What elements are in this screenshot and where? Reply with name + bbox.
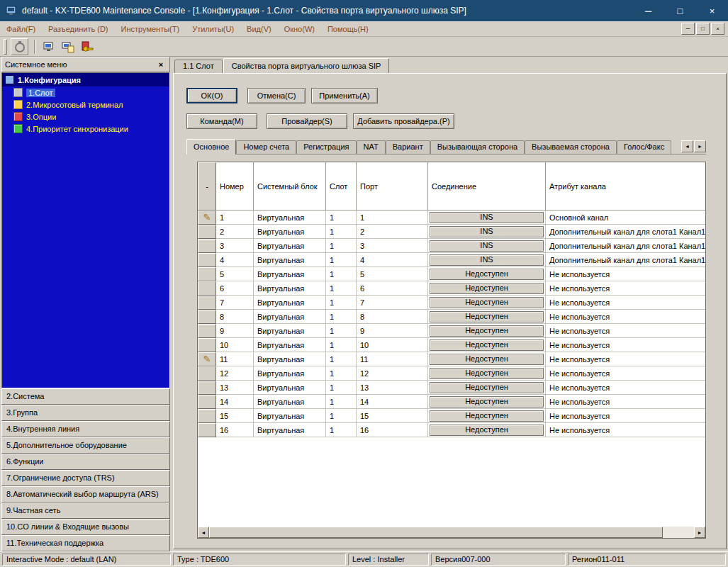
connection-button[interactable]: Недоступен xyxy=(430,339,544,351)
row-selector[interactable] xyxy=(198,423,216,437)
profile-icon[interactable] xyxy=(78,38,96,55)
close-button[interactable]: × xyxy=(696,0,728,21)
horizontal-scrollbar[interactable]: ◄ ► xyxy=(198,527,705,538)
toolbar-grip[interactable] xyxy=(4,39,7,55)
batch-connection-icon[interactable] xyxy=(40,38,57,55)
interactive-connection-icon[interactable] xyxy=(59,38,77,55)
cell-channel-attribute: Основной канал xyxy=(546,210,706,225)
menu-item[interactable]: Инструменты(T) xyxy=(115,23,186,35)
menu-item[interactable]: Окно(W) xyxy=(278,23,321,35)
sidebar-section[interactable]: 10.CO линии & Входящие вызовы xyxy=(1,519,170,535)
row-selector[interactable] xyxy=(198,338,216,352)
connection-button[interactable]: Недоступен xyxy=(430,269,544,280)
cell-port: 4 xyxy=(357,253,428,267)
menu-item[interactable]: Вид(V) xyxy=(240,23,278,35)
document-tab[interactable]: Свойства порта виртуального шлюза SIP xyxy=(223,58,390,73)
tab-scroll-right-icon[interactable]: ► xyxy=(694,140,706,152)
tree-item-slot[interactable]: 1.Слот xyxy=(2,86,169,99)
maximize-button[interactable]: □ xyxy=(664,0,696,21)
sidebar-section[interactable]: 6.Функции xyxy=(1,454,170,470)
row-selector[interactable] xyxy=(198,324,216,338)
cell-port: 10 xyxy=(357,338,428,352)
toolbar-separator xyxy=(34,40,35,54)
action-button[interactable]: Отмена(C) xyxy=(247,88,306,103)
table-row: 12Виртуальная112НедоступенНе используетс… xyxy=(198,366,706,381)
sidebar-section[interactable]: 9.Частная сеть xyxy=(1,503,170,519)
connection-button[interactable]: INS xyxy=(430,240,544,252)
settings-tab[interactable]: NAT xyxy=(357,140,386,154)
row-selector[interactable] xyxy=(198,381,216,395)
command-button[interactable]: Провайдер(S) xyxy=(267,113,347,129)
connection-button[interactable]: INS xyxy=(430,226,544,237)
connection-button[interactable]: Недоступен xyxy=(430,297,544,308)
sidebar-section[interactable]: 3.Группа xyxy=(1,405,170,421)
row-selector[interactable] xyxy=(198,395,216,409)
document-tab[interactable]: 1.1 Слот xyxy=(174,60,223,73)
connection-button[interactable]: Недоступен xyxy=(430,311,544,322)
tree-item-dect[interactable]: 2.Микросотовый терминал xyxy=(2,99,169,111)
settings-tab[interactable]: Номер счета xyxy=(236,140,296,154)
sidebar-section[interactable]: 5.Дополнительное оборудование xyxy=(1,437,170,454)
sidebar-section[interactable]: 7.Ограничение доступа (TRS) xyxy=(1,470,170,486)
minimize-button[interactable]: ─ xyxy=(632,0,664,21)
mdi-restore-button[interactable]: □ xyxy=(696,23,710,35)
settings-tab[interactable]: Регистрация xyxy=(296,140,356,154)
settings-tab[interactable]: Основное xyxy=(186,139,236,155)
tree-group-configuration[interactable]: 1.Конфигурация xyxy=(2,73,169,86)
tree-item-options[interactable]: 3.Опции xyxy=(2,111,169,123)
row-selector[interactable] xyxy=(198,296,216,310)
row-selector[interactable]: ✎ xyxy=(198,210,216,225)
sidebar-section[interactable]: 11.Техническая поддержка xyxy=(1,535,170,551)
mdi-close-button[interactable]: × xyxy=(711,23,724,35)
cell-port: 11 xyxy=(357,352,428,366)
configuration-icon xyxy=(5,75,14,84)
connection-button[interactable]: Недоступен xyxy=(430,368,544,379)
column-header: Атрибут канала xyxy=(546,162,706,210)
tree-item-sync[interactable]: 4.Приоритет синхронизации xyxy=(2,123,169,135)
connection-button[interactable]: Недоступен xyxy=(430,396,544,408)
connection-button[interactable]: Недоступен xyxy=(430,410,544,422)
settings-tab[interactable]: Вызывающая сторона xyxy=(430,140,525,154)
sidebar-section[interactable]: 2.Система xyxy=(1,388,170,405)
row-selector[interactable] xyxy=(198,310,216,324)
menu-item[interactable]: Утилиты(U) xyxy=(186,23,240,35)
row-selector[interactable]: ✎ xyxy=(198,352,216,366)
action-button[interactable]: Применить(A) xyxy=(311,88,378,103)
settings-tab[interactable]: Вариант xyxy=(386,140,430,154)
menu-item[interactable]: Разъединить (D) xyxy=(42,23,114,35)
tab-scroll-left-icon[interactable]: ◄ xyxy=(681,140,693,152)
column-header[interactable]: - xyxy=(198,162,216,210)
row-selector[interactable] xyxy=(198,225,216,239)
action-button[interactable]: ОК(O) xyxy=(186,88,237,103)
row-selector[interactable] xyxy=(198,366,216,381)
scroll-left-icon[interactable]: ◄ xyxy=(198,527,209,538)
cell-channel-attribute: Не используется xyxy=(546,281,706,296)
sidebar-section[interactable]: 4.Внутренняя линия xyxy=(1,421,170,437)
scroll-right-icon[interactable]: ► xyxy=(694,527,705,538)
connection-button[interactable]: INS xyxy=(430,254,544,266)
connection-button[interactable]: Недоступен xyxy=(430,382,544,393)
row-selector[interactable] xyxy=(198,281,216,296)
sidebar-section[interactable]: 8.Автоматический выбор маршрута (ARS) xyxy=(1,486,170,503)
row-selector[interactable] xyxy=(198,253,216,267)
command-button[interactable]: Добавить провайдера.(P) xyxy=(353,113,454,129)
connection-cell: Недоступен xyxy=(428,381,546,395)
mdi-minimize-button[interactable]: ─ xyxy=(681,23,695,35)
menu-item[interactable]: Помощь(H) xyxy=(321,23,375,35)
connection-button[interactable]: INS xyxy=(430,212,544,223)
setup-icon[interactable] xyxy=(11,38,28,55)
row-selector[interactable] xyxy=(198,409,216,423)
settings-tab[interactable]: Вызываемая сторона xyxy=(525,140,617,154)
connection-button[interactable]: Недоступен xyxy=(430,354,544,365)
sidebar-close-icon[interactable]: × xyxy=(155,60,167,69)
menu-item[interactable]: Файл(F) xyxy=(0,23,42,35)
command-button[interactable]: Команда(M) xyxy=(186,113,257,129)
cell-number: 1 xyxy=(216,210,254,225)
connection-button[interactable]: Недоступен xyxy=(430,325,544,337)
connection-button[interactable]: Недоступен xyxy=(430,283,544,294)
row-selector[interactable] xyxy=(198,239,216,253)
row-selector[interactable] xyxy=(198,267,216,281)
connection-button[interactable]: Недоступен xyxy=(430,425,544,436)
settings-tab[interactable]: Голос/Факс xyxy=(617,140,671,154)
scrollbar-thumb[interactable] xyxy=(209,527,663,538)
